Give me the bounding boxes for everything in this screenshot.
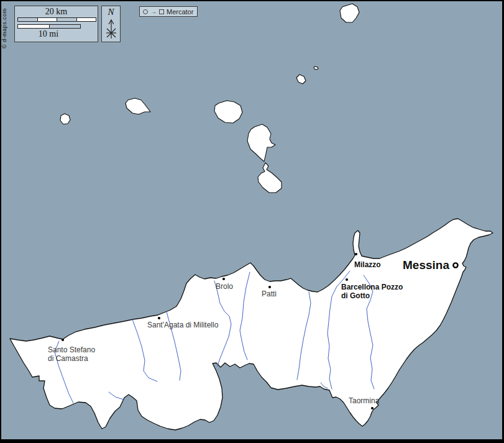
map-canvas: Santo Stefanodi CamastraSant'Agata di Mi… bbox=[0, 0, 504, 443]
city-label-santo-stefano-di-camastra: Santo Stefano bbox=[48, 345, 95, 354]
city-label-brolo: Brolo bbox=[216, 282, 233, 291]
projection-panel: → Mercator bbox=[139, 6, 198, 17]
square-icon bbox=[159, 9, 164, 14]
north-arrow-panel: N bbox=[101, 6, 121, 42]
scale-segment bbox=[18, 25, 49, 28]
scale-segment bbox=[76, 18, 96, 21]
city-marker-santo-stefano-di-camastra bbox=[62, 339, 64, 341]
compass-icon bbox=[104, 17, 119, 40]
scale-segment bbox=[49, 25, 81, 28]
city-label-barcellona-pozzo-di-gotto: Barcellona Pozzo bbox=[341, 283, 403, 291]
city-label-barcellona-pozzo-di-gotto: di Gotto bbox=[341, 291, 370, 300]
city-label-santo-stefano-di-camastra: di Camastra bbox=[48, 354, 88, 363]
scale-km-label: 20 km bbox=[17, 7, 95, 17]
scale-segment bbox=[18, 18, 37, 21]
scale-bar-panel: 20 km 10 mi bbox=[14, 6, 98, 42]
city-label-patti: Patti bbox=[262, 290, 277, 298]
scale-mi-label: 10 mi bbox=[17, 29, 80, 39]
city-label-sant-agata-di-militello: Sant'Agata di Militello bbox=[147, 321, 219, 329]
frame-left bbox=[0, 0, 1, 443]
island-basiluzzo bbox=[314, 66, 318, 70]
arrow-right-icon: → bbox=[150, 9, 157, 14]
scale-segment bbox=[57, 18, 76, 21]
city-marker-sant-agata-di-militello bbox=[158, 317, 160, 319]
city-label-milazzo: Milazzo bbox=[354, 260, 381, 269]
city-marker-taormina bbox=[371, 407, 373, 409]
city-label-messina: Messina bbox=[403, 258, 449, 272]
frame-top bbox=[0, 0, 504, 1]
city-marker-milazzo bbox=[355, 253, 357, 255]
city-marker-brolo bbox=[222, 278, 225, 280]
city-marker-barcellona-pozzo-di-gotto bbox=[346, 278, 348, 281]
scale-bar-mi bbox=[17, 24, 81, 29]
island-alicudi bbox=[60, 114, 70, 124]
copyright-credit: © d-maps.com bbox=[1, 8, 7, 48]
frame-bottom bbox=[0, 439, 504, 443]
map-svg: Santo Stefanodi CamastraSant'Agata di Mi… bbox=[0, 0, 504, 443]
north-label: N bbox=[102, 7, 120, 17]
scale-bar-km bbox=[17, 17, 96, 22]
scale-segment bbox=[37, 18, 57, 21]
city-marker-patti bbox=[268, 286, 271, 288]
projection-label: Mercator bbox=[167, 8, 193, 16]
city-label-taormina: Taormina bbox=[349, 396, 380, 405]
city-marker-messina bbox=[453, 263, 457, 267]
circle-icon bbox=[143, 9, 148, 14]
